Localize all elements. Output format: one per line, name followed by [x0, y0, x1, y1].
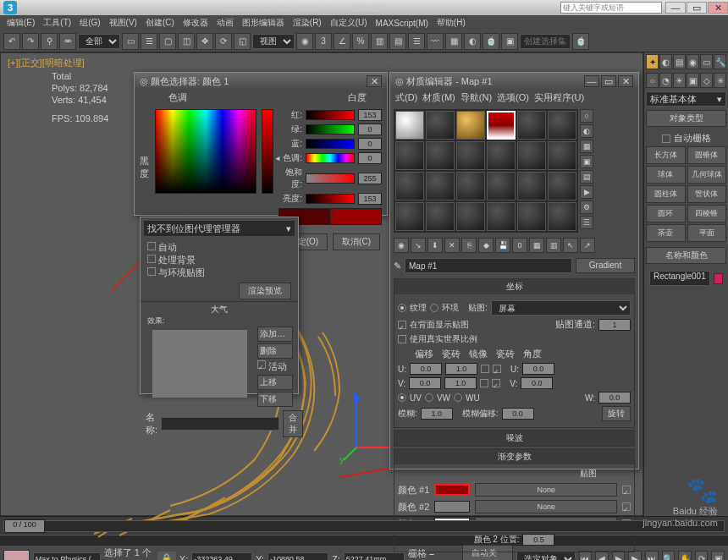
- menu-help[interactable]: 帮助(H): [433, 17, 469, 29]
- lights-cat-icon[interactable]: ☀: [673, 73, 686, 88]
- sample-type-icon[interactable]: ○: [580, 109, 593, 123]
- uv-radio[interactable]: [398, 393, 406, 402]
- material-slot[interactable]: [395, 172, 424, 200]
- select-rect-icon[interactable]: ▢: [159, 33, 176, 50]
- menu-edit[interactable]: 编辑(E): [3, 17, 38, 29]
- texture-radio[interactable]: [398, 304, 406, 312]
- mat-menu-material[interactable]: 材质(M): [422, 91, 455, 104]
- menu-views[interactable]: 视图(V): [106, 17, 141, 29]
- menu-customize[interactable]: 自定义(U): [327, 17, 371, 29]
- backlight-icon[interactable]: ◐: [580, 124, 593, 138]
- curve-editor-icon[interactable]: 〰: [427, 33, 444, 50]
- material-slot[interactable]: [426, 172, 455, 200]
- make-preview-icon[interactable]: ▶: [580, 185, 593, 199]
- move-icon[interactable]: ✥: [196, 33, 213, 50]
- geometry-cat-icon[interactable]: ○: [646, 73, 659, 88]
- sphere-button[interactable]: 球体: [646, 166, 686, 184]
- hue-spinner[interactable]: 0: [358, 152, 382, 164]
- max-toggle-icon[interactable]: ▣: [711, 551, 725, 561]
- show-back-checkbox[interactable]: [398, 321, 406, 329]
- select-by-mat-icon[interactable]: ☰: [580, 216, 593, 229]
- noise-header[interactable]: 噪波: [394, 431, 634, 446]
- go-parent-icon[interactable]: ↖: [563, 238, 578, 253]
- object-color-swatch[interactable]: [714, 273, 723, 284]
- put-to-scene-icon[interactable]: ↘: [411, 238, 426, 253]
- blue-slider[interactable]: [306, 139, 355, 149]
- close-icon[interactable]: ✕: [367, 75, 382, 87]
- menu-group[interactable]: 组(G): [76, 17, 103, 29]
- motion-tab-icon[interactable]: ◉: [687, 54, 699, 69]
- window-crossing-icon[interactable]: ◫: [178, 33, 195, 50]
- merge-button[interactable]: 合并: [283, 410, 303, 437]
- lock-selection-button[interactable]: 🔒: [157, 552, 176, 560]
- unlink-icon[interactable]: ⚮: [59, 33, 76, 50]
- maximize-icon[interactable]: ▭: [601, 75, 616, 87]
- u-mirror-checkbox[interactable]: [481, 365, 489, 373]
- zoom-icon[interactable]: 🔍: [662, 551, 676, 561]
- material-slot[interactable]: [517, 111, 546, 140]
- material-slot[interactable]: [548, 202, 576, 231]
- material-slot[interactable]: [395, 141, 424, 170]
- reset-icon[interactable]: ✕: [444, 238, 460, 253]
- u-tiling-spinner[interactable]: 1.0: [445, 363, 477, 375]
- material-slot-selected[interactable]: [487, 111, 516, 140]
- cameras-cat-icon[interactable]: ▣: [687, 73, 699, 88]
- material-slot[interactable]: [548, 111, 576, 140]
- material-slot[interactable]: [517, 141, 546, 170]
- make-copy-icon[interactable]: ⎘: [461, 238, 477, 253]
- help-search-input[interactable]: 键入关键字或短语: [560, 2, 662, 14]
- material-editor-icon[interactable]: ◐: [464, 33, 481, 50]
- menu-rendering[interactable]: 渲染(R): [290, 17, 325, 29]
- key-filter-select[interactable]: 选定对象: [516, 552, 576, 561]
- mat-menu-navigation[interactable]: 导航(N): [461, 91, 492, 104]
- w-angle-spinner[interactable]: 0.0: [598, 392, 631, 404]
- y-coord-input[interactable]: [267, 552, 328, 561]
- goto-end-icon[interactable]: ⏭: [645, 551, 659, 561]
- material-slot[interactable]: [517, 202, 546, 231]
- menu-create[interactable]: 创建(C): [142, 17, 178, 29]
- plane-button[interactable]: 平面: [687, 224, 727, 242]
- shapes-cat-icon[interactable]: ◔: [659, 73, 672, 88]
- material-slot[interactable]: [426, 111, 455, 140]
- hue-slider[interactable]: [306, 153, 355, 163]
- show-end-icon[interactable]: ▥: [546, 238, 561, 253]
- v-mirror-checkbox[interactable]: [480, 379, 488, 387]
- sat-spinner[interactable]: 255: [358, 173, 382, 184]
- green-spinner[interactable]: 0: [358, 124, 382, 135]
- menu-modifiers[interactable]: 修改器: [179, 17, 212, 29]
- go-forward-icon[interactable]: ↗: [580, 238, 595, 253]
- qat-icon[interactable]: ▾ ↶ ↷: [20, 3, 46, 14]
- map-type-button[interactable]: Gradient: [576, 258, 635, 273]
- real-world-checkbox[interactable]: [398, 335, 406, 343]
- select-icon[interactable]: ▭: [122, 33, 139, 50]
- selection-filter-select[interactable]: 全部: [78, 34, 120, 49]
- snap-icon[interactable]: 3: [315, 33, 332, 50]
- mat-menu-utilities[interactable]: 实用程序(U): [534, 91, 584, 104]
- teapot-button[interactable]: 茶壶: [646, 224, 686, 242]
- proxy-dropdown[interactable]: 找不到位图代理管理器▾: [144, 221, 295, 236]
- coordinates-header[interactable]: 坐标: [394, 279, 634, 294]
- z-coord-input[interactable]: [344, 552, 405, 561]
- color2-enable-checkbox[interactable]: [622, 502, 631, 511]
- u-offset-spinner[interactable]: 0.0: [410, 363, 442, 375]
- menu-tools[interactable]: 工具(T): [40, 17, 74, 29]
- cone-button[interactable]: 圆锥体: [687, 146, 727, 164]
- tube-button[interactable]: 管状体: [687, 185, 727, 203]
- torus-button[interactable]: 圆环: [646, 205, 686, 222]
- layer-icon[interactable]: ☰: [408, 33, 425, 50]
- menu-animation[interactable]: 动画: [213, 17, 237, 29]
- maximize-button[interactable]: ▭: [687, 2, 707, 14]
- schematic-icon[interactable]: ▦: [445, 33, 462, 50]
- assign-icon[interactable]: ⬇: [427, 238, 443, 253]
- color2-pos-spinner[interactable]: 0.5: [522, 534, 554, 546]
- sample-uv-icon[interactable]: ▣: [580, 155, 593, 168]
- material-slot[interactable]: [426, 141, 455, 170]
- red-slider[interactable]: [306, 110, 355, 120]
- autogrid-checkbox[interactable]: [662, 135, 670, 143]
- object-type-header[interactable]: 对象类型: [646, 110, 726, 127]
- material-slot[interactable]: [487, 141, 516, 170]
- minimize-icon[interactable]: —: [584, 75, 599, 87]
- material-slot[interactable]: [456, 111, 485, 140]
- put-to-lib-icon[interactable]: 💾: [495, 238, 510, 253]
- material-slot[interactable]: [426, 202, 455, 231]
